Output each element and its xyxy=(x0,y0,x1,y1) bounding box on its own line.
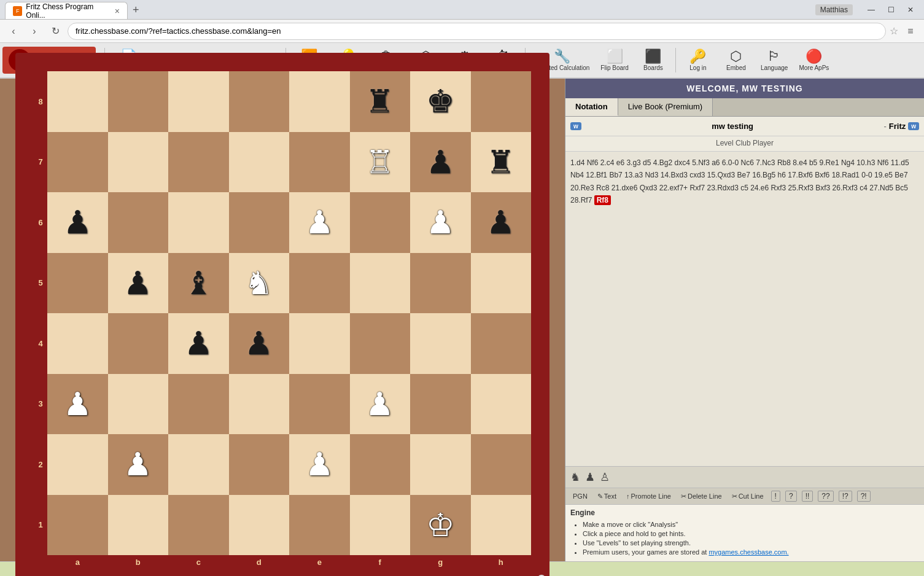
browser-menu-button[interactable]: ≡ xyxy=(902,23,919,40)
square-c1[interactable] xyxy=(168,495,229,556)
square-c5[interactable]: ♝ xyxy=(168,253,229,314)
back-button[interactable]: ‹ xyxy=(5,23,22,40)
tab-close-button[interactable]: × xyxy=(115,6,120,16)
square-h2[interactable] xyxy=(471,434,532,495)
square-f6[interactable] xyxy=(350,192,411,253)
annotation-excl-button[interactable]: ! xyxy=(771,491,780,502)
square-g1[interactable]: ♔ xyxy=(410,495,471,556)
login-button[interactable]: 🔑 Log in xyxy=(680,45,716,76)
square-d1[interactable] xyxy=(229,495,290,556)
square-b6[interactable] xyxy=(108,192,169,253)
square-f1[interactable] xyxy=(350,495,411,556)
square-f2[interactable] xyxy=(350,434,411,495)
reload-button[interactable]: ↻ xyxy=(47,23,64,40)
chess-board[interactable]: 8♜♚7♖♟♜6♟♟♟♟5♟♝♞4♟♟3♟♟2♟♟1♔abcdefgh xyxy=(34,71,531,569)
square-f4[interactable] xyxy=(350,313,411,374)
square-f5[interactable] xyxy=(350,253,411,314)
square-h3[interactable] xyxy=(471,374,532,435)
square-b7[interactable] xyxy=(108,132,169,193)
square-g6[interactable]: ♟ xyxy=(410,192,471,253)
promote-line-button[interactable]: ↑ Promote Line xyxy=(624,491,674,501)
square-f8[interactable]: ♜ xyxy=(350,71,411,132)
square-h4[interactable] xyxy=(471,313,532,374)
square-e4[interactable] xyxy=(289,313,350,374)
square-e8[interactable] xyxy=(289,71,350,132)
tab-notation[interactable]: Notation xyxy=(565,98,618,116)
square-a8[interactable] xyxy=(47,71,108,132)
text-button[interactable]: ✎ Text xyxy=(595,491,619,502)
pawn-icon-2[interactable]: ♙ xyxy=(600,470,610,484)
square-d7[interactable] xyxy=(229,132,290,193)
square-e5[interactable] xyxy=(289,253,350,314)
square-g3[interactable] xyxy=(410,374,471,435)
square-c4[interactable]: ♟ xyxy=(168,313,229,374)
square-g5[interactable] xyxy=(410,253,471,314)
square-f3[interactable]: ♟ xyxy=(350,374,411,435)
square-g4[interactable] xyxy=(410,313,471,374)
square-h7[interactable]: ♜ xyxy=(471,132,532,193)
square-h1[interactable] xyxy=(471,495,532,556)
square-c2[interactable] xyxy=(168,434,229,495)
square-e7[interactable] xyxy=(289,132,350,193)
flip-board-button[interactable]: ⬜ Flip Board xyxy=(596,45,634,76)
square-d6[interactable] xyxy=(229,192,290,253)
square-g2[interactable] xyxy=(410,434,471,495)
square-a6[interactable]: ♟ xyxy=(47,192,108,253)
square-h6[interactable]: ♟ xyxy=(471,192,532,253)
minimize-button[interactable]: — xyxy=(863,1,880,18)
square-b3[interactable] xyxy=(108,374,169,435)
new-tab-button[interactable]: + xyxy=(128,1,144,19)
square-d4[interactable]: ♟ xyxy=(229,313,290,374)
annotation-double-question-button[interactable]: ?? xyxy=(818,491,833,502)
square-d3[interactable] xyxy=(229,374,290,435)
embed-button[interactable]: ⬡ Embed xyxy=(718,45,755,76)
square-e6[interactable]: ♟ xyxy=(289,192,350,253)
annotation-question-excl-button[interactable]: ?! xyxy=(857,491,871,502)
square-a3[interactable]: ♟ xyxy=(47,374,108,435)
square-d5[interactable]: ♞ xyxy=(229,253,290,314)
square-c3[interactable] xyxy=(168,374,229,435)
square-g8[interactable]: ♚ xyxy=(410,71,471,132)
square-c7[interactable] xyxy=(168,132,229,193)
annotation-double-excl-button[interactable]: !! xyxy=(802,491,813,502)
annotation-excl-question-button[interactable]: !? xyxy=(839,491,852,502)
square-a7[interactable] xyxy=(47,132,108,193)
restore-button[interactable]: ☐ xyxy=(882,1,899,18)
square-h8[interactable] xyxy=(471,71,532,132)
square-b8[interactable] xyxy=(108,71,169,132)
square-g7[interactable]: ♟ xyxy=(410,132,471,193)
delete-line-button[interactable]: ✂ Delete Line xyxy=(678,491,724,502)
language-button[interactable]: 🏳 Language xyxy=(756,45,793,76)
square-c8[interactable] xyxy=(168,71,229,132)
square-e1[interactable] xyxy=(289,495,350,556)
mygames-link[interactable]: mygames.chessbase.com. xyxy=(709,548,788,556)
pawn-icon-1[interactable]: ♟ xyxy=(585,470,595,484)
square-e2[interactable]: ♟ xyxy=(289,434,350,495)
bookmark-button[interactable]: ☆ xyxy=(890,25,898,37)
close-button[interactable]: ✕ xyxy=(902,1,919,18)
more-apps-button[interactable]: 🔴 More ApPs xyxy=(794,45,834,76)
square-d8[interactable] xyxy=(229,71,290,132)
square-b4[interactable] xyxy=(108,313,169,374)
square-c6[interactable] xyxy=(168,192,229,253)
square-a1[interactable] xyxy=(47,495,108,556)
square-h5[interactable] xyxy=(471,253,532,314)
square-a4[interactable] xyxy=(47,313,108,374)
square-b1[interactable] xyxy=(108,495,169,556)
square-a5[interactable] xyxy=(47,253,108,314)
annotation-question-button[interactable]: ? xyxy=(785,491,797,502)
knight-icon[interactable]: ♞ xyxy=(570,470,580,484)
forward-button[interactable]: › xyxy=(26,23,43,40)
browser-tab[interactable]: F Fritz Chess Program Onli... × xyxy=(5,2,128,19)
cut-line-button[interactable]: ✂ Cut Line xyxy=(729,491,766,502)
square-a2[interactable] xyxy=(47,434,108,495)
pgn-button[interactable]: PGN xyxy=(570,491,590,501)
url-input[interactable] xyxy=(68,23,886,40)
square-d2[interactable] xyxy=(229,434,290,495)
tab-live-book[interactable]: Live Book (Premium) xyxy=(618,98,713,116)
square-f7[interactable]: ♖ xyxy=(350,132,411,193)
square-e3[interactable] xyxy=(289,374,350,435)
square-b2[interactable]: ♟ xyxy=(108,434,169,495)
square-b5[interactable]: ♟ xyxy=(108,253,169,314)
boards-button[interactable]: ⬛ Boards xyxy=(635,45,672,76)
